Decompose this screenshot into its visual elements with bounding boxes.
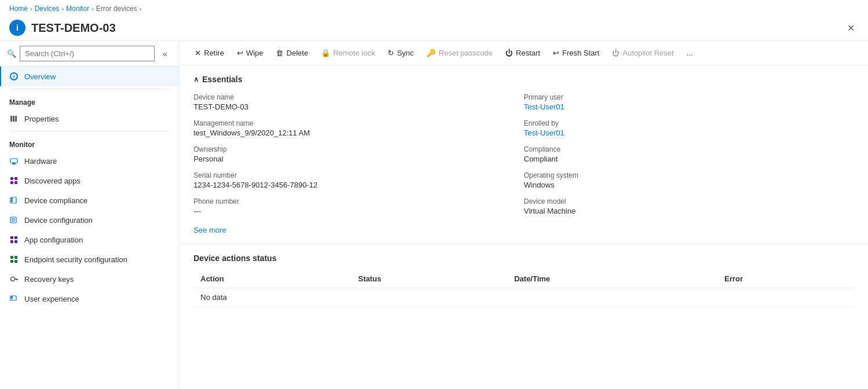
breadcrumb-sep-4: › bbox=[139, 5, 141, 12]
breadcrumb-sep-2: › bbox=[61, 5, 64, 12]
table-header-row: Action Status Date/Time Error bbox=[194, 270, 854, 288]
wipe-icon: ↩ bbox=[237, 49, 243, 57]
sidebar-item-discovered-apps[interactable]: Discovered apps bbox=[0, 171, 179, 190]
sidebar-item-app-configuration[interactable]: App configuration bbox=[0, 230, 179, 249]
sidebar-item-device-compliance[interactable]: Device compliance bbox=[0, 190, 179, 210]
svg-rect-11 bbox=[11, 198, 13, 200]
close-button[interactable]: ✕ bbox=[843, 20, 859, 36]
serial-number-item: Serial number 1234-1234-5678-9012-3456-7… bbox=[194, 171, 524, 189]
sidebar-item-properties[interactable]: Properties bbox=[0, 109, 179, 129]
properties-icon bbox=[9, 114, 19, 123]
primary-user-item: Primary user Test-User01 bbox=[524, 93, 854, 111]
ownership-item: Ownership Personal bbox=[194, 145, 524, 163]
phone-number-value: --- bbox=[194, 207, 524, 215]
device-name-item: Device name TEST-DEMO-03 bbox=[194, 93, 524, 111]
sidebar-item-hardware[interactable]: Hardware bbox=[0, 151, 179, 171]
svg-rect-7 bbox=[14, 177, 17, 180]
manage-divider bbox=[9, 89, 170, 89]
fresh-start-label: Fresh Start bbox=[562, 49, 599, 57]
svg-rect-15 bbox=[12, 220, 15, 221]
sidebar-item-overview[interactable]: i Overview bbox=[0, 67, 179, 86]
svg-rect-20 bbox=[14, 240, 17, 243]
essentials-grid: Device name TEST-DEMO-03 Management name… bbox=[194, 93, 854, 223]
compliance-label: Compliance bbox=[524, 145, 854, 153]
sidebar-item-endpoint-security[interactable]: Endpoint security configuration bbox=[0, 249, 179, 269]
delete-label: Delete bbox=[286, 49, 308, 57]
device-name-value: TEST-DEMO-03 bbox=[194, 102, 524, 111]
enrolled-by-label: Enrolled by bbox=[524, 119, 854, 127]
sync-button[interactable]: ↻ Sync bbox=[382, 46, 420, 60]
sidebar-properties-label: Properties bbox=[24, 115, 59, 123]
enrolled-by-item: Enrolled by Test-User01 bbox=[524, 119, 854, 137]
autopilot-reset-button[interactable]: ⏻ Autopilot Reset bbox=[606, 46, 679, 60]
enrolled-by-value[interactable]: Test-User01 bbox=[524, 129, 564, 137]
table-row-no-data: No data bbox=[194, 288, 854, 307]
col-error: Error bbox=[717, 270, 854, 288]
reset-passcode-button[interactable]: 🔑 Reset passcode bbox=[421, 46, 498, 60]
device-compliance-icon bbox=[9, 196, 19, 205]
search-input[interactable] bbox=[20, 46, 155, 61]
compliance-item: Compliance Compliant bbox=[524, 145, 854, 163]
sidebar-app-configuration-label: App configuration bbox=[24, 236, 83, 244]
svg-rect-22 bbox=[14, 256, 17, 259]
breadcrumb-home[interactable]: Home bbox=[9, 5, 28, 13]
collapse-sidebar-button[interactable]: « bbox=[158, 47, 172, 61]
retire-label: Retire bbox=[204, 49, 224, 57]
app-configuration-icon bbox=[9, 235, 19, 244]
wipe-label: Wipe bbox=[246, 49, 264, 57]
see-more-link[interactable]: See more bbox=[194, 226, 226, 234]
col-datetime: Date/Time bbox=[507, 270, 717, 288]
monitor-divider bbox=[9, 131, 170, 131]
more-icon: ... bbox=[687, 49, 693, 57]
app-container: Home › Devices › Monitor › Error devices… bbox=[0, 0, 868, 389]
sidebar-item-device-configuration[interactable]: Device configuration bbox=[0, 210, 179, 230]
retire-icon: ✕ bbox=[195, 49, 201, 57]
delete-icon: 🗑 bbox=[276, 49, 283, 57]
autopilot-reset-label: Autopilot Reset bbox=[622, 49, 673, 57]
svg-rect-12 bbox=[11, 200, 13, 202]
ownership-label: Ownership bbox=[194, 145, 524, 153]
more-button[interactable]: ... bbox=[681, 46, 699, 60]
breadcrumb: Home › Devices › Monitor › Error devices… bbox=[0, 0, 868, 17]
user-experience-icon bbox=[9, 294, 19, 303]
primary-user-value[interactable]: Test-User01 bbox=[524, 102, 564, 111]
device-configuration-icon bbox=[9, 215, 19, 225]
hardware-icon bbox=[9, 156, 19, 166]
svg-rect-30 bbox=[11, 296, 13, 298]
breadcrumb-devices[interactable]: Devices bbox=[35, 5, 60, 13]
svg-rect-21 bbox=[10, 256, 13, 259]
delete-button[interactable]: 🗑 Delete bbox=[270, 46, 314, 60]
phone-number-label: Phone number bbox=[194, 197, 524, 205]
restart-button[interactable]: ⏻ Restart bbox=[499, 46, 546, 60]
breadcrumb-monitor[interactable]: Monitor bbox=[66, 5, 89, 13]
compliance-value: Compliant bbox=[524, 155, 854, 163]
sidebar-device-configuration-label: Device configuration bbox=[24, 216, 93, 225]
sidebar-overview-label: Overview bbox=[24, 72, 56, 81]
device-model-item: Device model Virtual Machine bbox=[524, 197, 854, 215]
svg-rect-8 bbox=[10, 181, 13, 184]
sidebar-item-recovery-keys[interactable]: Recovery keys bbox=[0, 269, 179, 289]
fresh-start-button[interactable]: ↩ Fresh Start bbox=[547, 46, 605, 60]
device-info-icon: i bbox=[9, 20, 25, 36]
device-model-label: Device model bbox=[524, 197, 854, 205]
monitor-section-label: Monitor bbox=[0, 134, 179, 151]
remote-lock-label: Remote lock bbox=[333, 49, 375, 57]
wipe-button[interactable]: ↩ Wipe bbox=[231, 46, 269, 60]
retire-button[interactable]: ✕ Retire bbox=[189, 46, 230, 60]
ownership-value: Personal bbox=[194, 155, 524, 163]
phone-number-item: Phone number --- bbox=[194, 197, 524, 215]
svg-rect-2 bbox=[15, 116, 17, 122]
svg-rect-24 bbox=[14, 260, 17, 263]
svg-rect-23 bbox=[10, 260, 13, 263]
essentials-header: ∧ Essentials bbox=[194, 75, 854, 84]
main-layout: 🔍 « i Overview Manage Properties bbox=[0, 41, 868, 389]
sidebar-item-user-experience[interactable]: User experience bbox=[0, 289, 179, 309]
svg-rect-1 bbox=[13, 116, 14, 122]
remote-lock-button[interactable]: 🔒 Remote lock bbox=[315, 46, 381, 60]
device-actions-section: Device actions status Action Status Date… bbox=[180, 244, 868, 316]
device-model-value: Virtual Machine bbox=[524, 207, 854, 215]
autopilot-reset-icon: ⏻ bbox=[612, 49, 619, 57]
svg-rect-9 bbox=[14, 181, 17, 184]
management-name-item: Management name test_Windows_9/9/2020_12… bbox=[194, 119, 524, 137]
primary-user-label: Primary user bbox=[524, 93, 854, 101]
